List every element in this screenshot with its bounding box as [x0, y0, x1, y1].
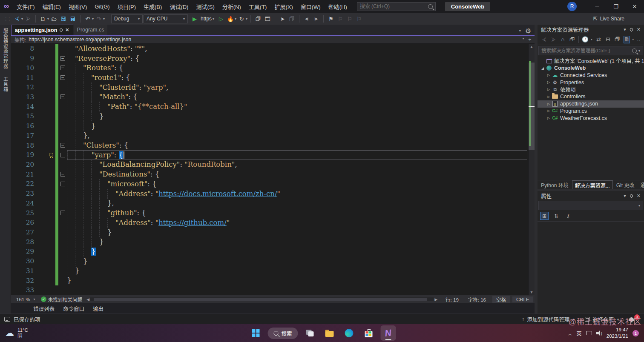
hscrollbar-thumb[interactable] — [94, 298, 427, 301]
se-collapse-all-button[interactable]: ⊟ — [605, 36, 611, 43]
se-preview-dropdown[interactable]: ▾ — [632, 37, 634, 41]
code-line-22[interactable]: 22−"microsoft": { — [11, 179, 528, 189]
dock-tab-Git-更改[interactable]: Git 更改 — [614, 180, 637, 189]
scroll-up-arrow[interactable]: ▲ — [529, 45, 535, 49]
code-line-30[interactable]: 30} — [11, 256, 528, 266]
properties-alphabetical-button[interactable]: ⇅ — [552, 212, 561, 220]
solution-search-box[interactable]: ▾ — [538, 46, 643, 55]
code-line-32[interactable]: 32} — [11, 276, 528, 285]
close-panel-icon[interactable]: ✕ — [637, 27, 641, 32]
code-line-15[interactable]: 15} — [11, 111, 528, 121]
maximize-button[interactable]: ❐ — [607, 0, 625, 13]
code-line-8[interactable]: 8"AllowedHosts": "*", — [11, 44, 528, 54]
task-view-button[interactable] — [302, 325, 318, 341]
save-button[interactable]: 🖫 — [59, 14, 68, 23]
menu-item-窗口W[interactable]: 窗口(W) — [297, 0, 325, 13]
menu-item-扩展X[interactable]: 扩展(X) — [270, 0, 296, 13]
se-switch-views-button[interactable]: 🗗 — [569, 36, 575, 43]
menu-item-工具T[interactable]: 工具(T) — [245, 0, 271, 13]
properties-close-icon[interactable]: ✕ — [637, 193, 641, 199]
tree-item-Controllers[interactable]: ▷Controllers — [538, 93, 644, 100]
code-editor[interactable]: 8"AllowedHosts": "*",9−"ReverseProxy": {… — [11, 44, 528, 295]
collapsed-arrow-icon[interactable]: ▷ — [546, 73, 551, 77]
undo-button[interactable]: ↶ — [83, 14, 92, 23]
code-line-21[interactable]: 21−"Destinations": { — [11, 169, 528, 179]
code-line-13[interactable]: 13−"Match": { — [11, 92, 528, 102]
quick-search-box[interactable] — [357, 2, 436, 11]
schema-url[interactable]: https://json.schemastore.org/appsettings… — [29, 37, 131, 43]
expanded-arrow-icon[interactable]: ◢ — [540, 66, 545, 70]
properties-position-dropdown[interactable]: ▾ — [624, 193, 626, 199]
restart-dropdown[interactable]: ▾ — [246, 17, 247, 21]
edge-browser-button[interactable] — [342, 325, 357, 341]
notification-center-badge[interactable]: 1 — [632, 330, 639, 336]
quick-search-input[interactable] — [360, 3, 428, 9]
panel-tab-命令窗口[interactable]: 命令窗口 — [60, 304, 88, 314]
minimize-button[interactable]: ─ — [588, 0, 607, 13]
code-line-28[interactable]: 28} — [11, 237, 528, 247]
new-project-button[interactable]: 🗋 — [39, 14, 47, 23]
hot-reload-button[interactable]: 🔥 — [226, 14, 235, 23]
se-pending-changes-filter-button[interactable]: 🕐 — [582, 36, 589, 43]
solution-search-input[interactable] — [541, 48, 630, 53]
code-line-12[interactable]: 12"ClusterId": "yarp", — [11, 83, 528, 92]
navigate-back-dropdown[interactable]: ▾ — [21, 17, 23, 21]
clock[interactable]: 19:47 2023/1/21 — [607, 327, 628, 339]
add-to-source-control-button[interactable]: ↑ 添加到源代码管理 ▲ — [522, 315, 575, 323]
close-button[interactable]: ✕ — [625, 0, 644, 13]
window-position-dropdown[interactable]: ▾ — [624, 27, 626, 32]
code-line-9[interactable]: 9−"ReverseProxy": { — [11, 54, 528, 63]
menu-item-编辑E[interactable]: 编辑(E) — [39, 0, 65, 13]
dock-splitter[interactable] — [535, 25, 538, 314]
tab-appsettings-json[interactable]: appsettings.json ✕ — [11, 25, 73, 35]
speaker-icon[interactable]: ) — [596, 331, 602, 336]
lightbulb-icon[interactable] — [49, 153, 53, 157]
tree-item-ConsoleWeb[interactable]: ◢ConsoleWeb — [538, 65, 644, 72]
solution-configuration-select[interactable]: Debug▾ — [111, 14, 143, 23]
notifications-bell-button[interactable]: 3 — [629, 317, 640, 321]
code-line-33[interactable]: 33 — [11, 285, 528, 295]
cast-icon[interactable] — [586, 331, 592, 335]
find-in-files-button[interactable]: 🗇 — [254, 14, 262, 23]
code-line-24[interactable]: 24}, — [11, 199, 528, 208]
undo-dropdown[interactable]: ▾ — [92, 17, 94, 21]
solution-platform-select[interactable]: Any CPU▾ — [144, 14, 188, 23]
code-line-23[interactable]: 23"Address": "https://docs.microsoft.com… — [11, 189, 528, 199]
close-tab-icon[interactable]: ✕ — [65, 27, 69, 33]
code-line-11[interactable]: 11−"route1": { — [11, 73, 528, 83]
code-line-17[interactable]: 17}, — [11, 131, 528, 140]
code-line-19[interactable]: 19−"yarp": { — [11, 150, 528, 160]
line-ending-button[interactable]: CRLF — [512, 296, 533, 302]
se-overflow-button[interactable]: ‥ — [637, 36, 641, 43]
url-link[interactable]: https://docs.microsoft.com/zh-cn/ — [158, 190, 277, 198]
fold-collapse-icon[interactable]: − — [60, 56, 65, 61]
bookmark-next-button[interactable]: ⚐ — [345, 14, 354, 23]
fold-collapse-icon[interactable]: − — [60, 211, 65, 215]
auto-hide-pin-icon[interactable] — [629, 27, 633, 31]
se-back-button[interactable]: ⮘ — [541, 36, 547, 43]
menu-item-文件F[interactable]: 文件(F) — [13, 0, 39, 13]
document-list-dropdown[interactable]: ▾ — [519, 29, 521, 33]
indent-increase-button[interactable]: ⫸ — [312, 14, 320, 23]
code-line-18[interactable]: 18−"Clusters": { — [11, 140, 528, 150]
fold-collapse-icon[interactable]: − — [60, 182, 65, 186]
code-line-10[interactable]: 10−"Routes": { — [11, 63, 528, 73]
solution-explorer-sync-button[interactable]: 🗔 — [263, 14, 272, 23]
se-forward-button[interactable]: ⮚ — [550, 36, 557, 43]
code-line-31[interactable]: 31} — [11, 266, 528, 276]
editor-settings-gear-icon[interactable]: ⚙ — [525, 27, 531, 35]
start-debug-button[interactable]: ▶ https ▾ — [189, 14, 216, 23]
properties-categorized-button[interactable]: ⊞ — [540, 212, 549, 220]
menu-item-项目P[interactable]: 项目(P) — [114, 0, 140, 13]
save-all-button[interactable]: 🖬 — [69, 14, 77, 23]
menu-item-测试S[interactable]: 测试(S) — [192, 0, 218, 13]
tree-item-依赖项[interactable]: ▷⧉依赖项 — [538, 86, 644, 93]
code-line-16[interactable]: 16} — [11, 121, 528, 131]
panel-tab-输出[interactable]: 输出 — [89, 304, 107, 314]
redo-dropdown[interactable]: ▾ — [103, 17, 105, 21]
tree-item-Properties[interactable]: ▷⚙Properties — [538, 79, 644, 86]
restart-button[interactable]: ↻ — [237, 14, 246, 23]
url-link[interactable]: https://github.com/ — [158, 219, 227, 227]
se-properties-button[interactable]: 🗇 — [614, 36, 621, 43]
problems-status[interactable]: 未找到相关问题 — [48, 296, 83, 303]
